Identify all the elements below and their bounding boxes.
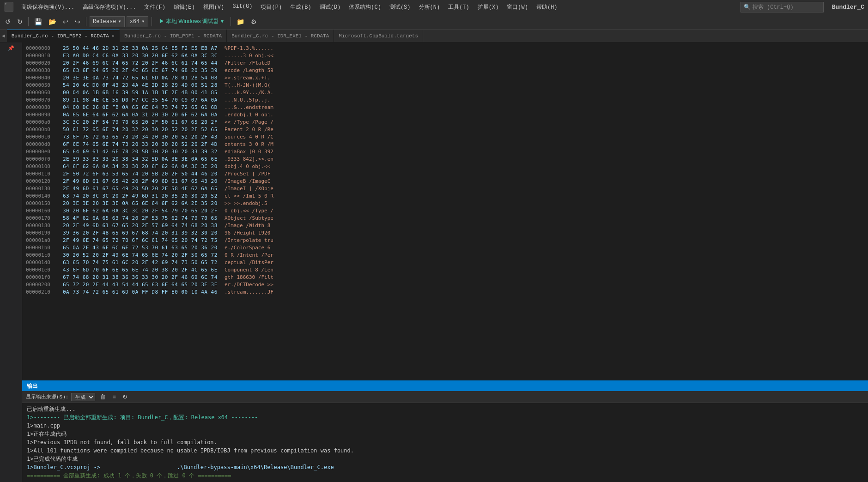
tab-label-pdf2: Bundler_C.rc - IDR_PDF2 - RCDATA bbox=[12, 33, 109, 39]
hex-ascii: ct << /Im1 5 0 R bbox=[225, 193, 273, 199]
menu-window[interactable]: 窗口(W) bbox=[503, 1, 532, 13]
save-btn[interactable]: 💾 bbox=[32, 17, 44, 27]
menu-project[interactable]: 项目(P) bbox=[257, 1, 285, 13]
undo-btn[interactable]: ↩ bbox=[61, 17, 71, 27]
tab-scroll-left[interactable]: ◀ bbox=[2, 33, 5, 39]
hex-row: 00000210 0A 73 74 72 65 61 6D 0A FF D8 F… bbox=[22, 288, 868, 295]
tab-idr-pdf1[interactable]: Bundler_C.rc - IDR_PDF1 - RCDATA bbox=[120, 30, 227, 42]
forward-btn[interactable]: ↻ bbox=[15, 17, 25, 27]
open-btn[interactable]: 📂 bbox=[46, 17, 59, 27]
hex-bytes: 20 3E 3E 20 3E 3E 0A 65 6E 64 6F 62 6A 2… bbox=[63, 200, 225, 206]
menu-view[interactable]: 视图(V) bbox=[200, 1, 228, 13]
hex-ascii: ecode /Length 59 bbox=[225, 67, 273, 73]
gutter-icon-pin[interactable]: 📌 bbox=[7, 44, 15, 52]
hex-address: 000001a0 bbox=[26, 237, 63, 243]
menu-tools[interactable]: 工具(T) bbox=[444, 1, 473, 13]
hex-row: 00000120 2F 49 6D 61 67 65 42 20 2F 49 6… bbox=[22, 177, 868, 185]
hex-bytes: F3 A0 D0 C4 C6 0A 33 20 30 20 6F 62 6A 0… bbox=[63, 53, 225, 59]
build-config-dropdown[interactable]: Release ▾ bbox=[90, 16, 125, 27]
hex-bytes: 67 74 68 20 31 38 36 36 33 30 20 2F 46 6… bbox=[63, 274, 225, 280]
search-box[interactable]: 🔍 搜索 (Ctrl+Q) bbox=[741, 2, 824, 12]
hex-row: 00000060 00 04 0A 1B 6B 16 39 59 1A 1B 1… bbox=[22, 89, 868, 96]
hex-ascii: XObject /Subtype bbox=[225, 215, 273, 221]
redo-btn[interactable]: ↪ bbox=[73, 17, 83, 27]
output-word-wrap-btn[interactable]: ≡ bbox=[110, 392, 118, 401]
hex-ascii: dobj.4 0 obj.<< bbox=[225, 163, 270, 169]
hex-ascii: .endobj.1 0 obj. bbox=[225, 112, 273, 118]
menu-help[interactable]: 帮助(H) bbox=[533, 1, 561, 13]
hex-ascii: 96 /Height 1920 bbox=[225, 230, 270, 236]
hex-bytes: 65 72 20 2F 44 43 54 44 65 63 6F 64 65 2… bbox=[63, 282, 225, 288]
hex-row: 00000110 2F 50 72 6F 63 53 65 74 20 5B 2… bbox=[22, 170, 868, 177]
tab-close-pdf2[interactable]: ✕ bbox=[112, 33, 115, 39]
output-source-select[interactable]: 生成 bbox=[71, 393, 95, 401]
hex-ascii: /Image /Width 8 bbox=[225, 223, 270, 229]
hex-ascii: /Filter /FlateD bbox=[225, 60, 270, 66]
hex-address: 00000110 bbox=[26, 171, 63, 177]
menu-git[interactable]: Git(G) bbox=[229, 1, 256, 13]
menu-debug[interactable]: 调试(D) bbox=[316, 1, 345, 13]
hex-row: 000001d0 63 65 70 74 75 61 6C 20 2F 42 6… bbox=[22, 259, 868, 266]
hex-bytes: 30 20 52 20 2F 49 6E 74 65 6E 74 20 2F 5… bbox=[63, 252, 225, 258]
hex-address: 000000f0 bbox=[26, 156, 63, 162]
hex-ascii: T(..H-JN-()M.Q( bbox=[225, 82, 270, 88]
menu-test[interactable]: 测试(S) bbox=[386, 1, 414, 13]
hex-bytes: 2E 39 33 33 33 20 38 34 32 5D 0A 3E 3E 0… bbox=[63, 156, 225, 162]
hex-address: 00000140 bbox=[26, 193, 63, 199]
hex-bytes: 20 2F 46 69 6C 74 65 72 20 2F 46 6C 61 7… bbox=[63, 60, 225, 66]
menu-build[interactable]: 生成(B) bbox=[286, 1, 315, 13]
output-line: 1>正在生成代码 bbox=[27, 430, 863, 438]
menu-advanced-save-1[interactable]: 高级保存选项(V)... bbox=[18, 1, 78, 13]
back-btn[interactable]: ↺ bbox=[3, 17, 13, 27]
menu-architecture[interactable]: 体系结构(C) bbox=[345, 1, 385, 13]
output-line: 1>-------- 已启动全部重新生成: 项目: Bundler_C，配置: … bbox=[27, 413, 863, 422]
tab-label-cppbuild: Microsoft.CppBuild.targets bbox=[339, 33, 418, 39]
hex-bytes: 64 6F 62 6A 0A 34 20 30 20 6F 62 6A 0A 3… bbox=[63, 163, 225, 169]
hex-row: 000000f0 2E 39 33 33 33 20 38 34 32 5D 0… bbox=[22, 155, 868, 163]
menu-extensions[interactable]: 扩展(X) bbox=[474, 1, 503, 13]
menu-file[interactable]: 文件(F) bbox=[140, 1, 169, 13]
main-layout: 📌 00000000 25 50 44 46 2D 31 2E 33 0A 25… bbox=[0, 42, 868, 482]
output-panel: 输出 显示输出来源(S): 生成 🗑 ≡ ↻ 已启动重新生成...1>-----… bbox=[22, 380, 868, 482]
hex-ascii: << /Type /Page / bbox=[225, 119, 273, 125]
hex-row: 00000040 20 3E 3E 0A 73 74 72 65 61 6D 0… bbox=[22, 74, 868, 81]
tab-cpp-build[interactable]: Microsoft.CppBuild.targets bbox=[334, 30, 423, 42]
left-gutter: 📌 bbox=[0, 42, 22, 482]
folder-btn[interactable]: 📁 bbox=[234, 17, 247, 27]
hex-bytes: 2F 49 6E 74 65 72 70 6F 6C 61 74 65 20 7… bbox=[63, 237, 225, 243]
hex-address: 00000200 bbox=[26, 282, 63, 288]
hex-address: 000000d0 bbox=[26, 141, 63, 147]
tab-idr-pdf2[interactable]: Bundler_C.rc - IDR_PDF2 - RCDATA ✕ bbox=[7, 30, 120, 42]
run-debugger-btn[interactable]: ▶ 本地 Windows 调试器 ▾ bbox=[155, 16, 227, 27]
hex-address: 00000060 bbox=[26, 90, 63, 96]
separator-4 bbox=[231, 17, 231, 26]
hex-row: 000001e0 43 6F 6D 70 6F 6E 65 6E 74 20 3… bbox=[22, 266, 868, 273]
output-toolbar: 显示输出来源(S): 生成 🗑 ≡ ↻ bbox=[22, 391, 868, 403]
hex-row: 000000a0 3C 3C 20 2F 54 79 70 65 20 2F 5… bbox=[22, 118, 868, 126]
hex-ascii: ....k.9Y.../K.A. bbox=[225, 90, 273, 96]
output-line: 1>已完成代码的生成 bbox=[27, 455, 863, 463]
hex-ascii: .stream.......JF bbox=[225, 289, 273, 295]
settings-btn[interactable]: ⚙ bbox=[249, 17, 259, 27]
hex-row: 00000080 04 00 DC 26 0E FB 0A 65 6E 64 7… bbox=[22, 103, 868, 111]
hex-address: 000001f0 bbox=[26, 274, 63, 280]
hex-row: 000001a0 2F 49 6E 74 65 72 70 6F 6C 61 7… bbox=[22, 236, 868, 244]
hex-ascii: /ProcSet [ /PDF bbox=[225, 171, 270, 177]
platform-dropdown[interactable]: x64 ▾ bbox=[127, 16, 148, 27]
hex-bytes: 65 63 6F 64 65 20 2F 4C 65 6E 67 74 68 2… bbox=[63, 67, 225, 73]
hex-bytes: 54 20 4C D0 0F 43 2D 4A 4E 2D 28 29 4D 0… bbox=[63, 82, 225, 88]
output-line: 已启动重新生成... bbox=[27, 405, 863, 413]
hex-row: 00000050 54 20 4C D0 0F 43 2D 4A 4E 2D 2… bbox=[22, 81, 868, 89]
output-line: 1>Previous IPDB not found, fall back to … bbox=[27, 438, 863, 446]
menu-edit[interactable]: 编辑(E) bbox=[170, 1, 199, 13]
output-clear-btn[interactable]: 🗑 bbox=[98, 392, 108, 401]
hex-ascii: ceptual /BitsPer bbox=[225, 259, 273, 265]
main-toolbar: ↺ ↻ 💾 📂 ↩ ↪ Release ▾ x64 ▾ ▶ 本地 Windows… bbox=[0, 14, 868, 30]
hex-ascii: .9333 842].>>.en bbox=[225, 156, 273, 162]
hex-editor[interactable]: 00000000 25 50 44 46 2D 31 2E 33 0A 25 C… bbox=[22, 42, 868, 380]
output-refresh-btn[interactable]: ↻ bbox=[121, 392, 129, 401]
hex-row: 000000d0 6F 6E 74 65 6E 74 73 20 33 20 3… bbox=[22, 140, 868, 148]
menu-advanced-save-2[interactable]: 高级保存选项(V)... bbox=[79, 1, 140, 13]
menu-analyze[interactable]: 分析(N) bbox=[415, 1, 444, 13]
tab-idr-exe1[interactable]: Bundler_C.rc - IDR_EXE1 - RCDATA bbox=[227, 30, 334, 42]
